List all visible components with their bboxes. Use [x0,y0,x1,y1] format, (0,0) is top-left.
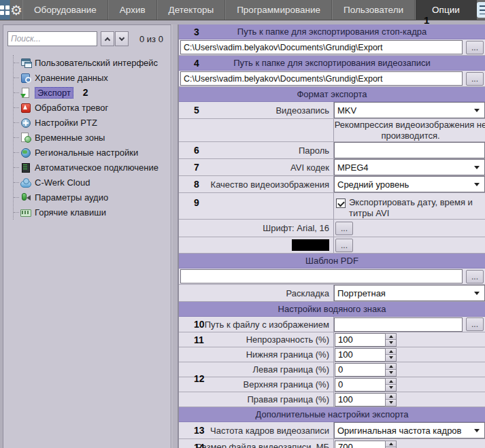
callout-6: 6 [194,145,199,156]
gear-icon: ⚙ [10,3,22,17]
video-path-input[interactable] [180,71,463,86]
tree-item-regional-settings[interactable]: Региональные настройки [14,145,171,160]
font-browse-button[interactable]: ... [335,222,353,235]
pdf-template-input[interactable] [180,269,463,283]
section-header-watermark: Настройки водяного знака [179,302,485,317]
callout-4: 4 [194,56,199,71]
auto-connect-icon [20,162,31,173]
filesize-input[interactable] [335,441,385,448]
section-header-stop-frame: 3 Путь к папке для экспортирования стоп-… [179,24,485,39]
cloud-icon [20,177,31,188]
tree-item-auto-connect[interactable]: Автоматическое подключение [14,160,171,175]
report-icon [477,2,485,18]
arrow-down-icon [389,386,393,389]
layout-panel-button[interactable] [477,0,485,20]
dropdown-arrow-icon [474,429,480,432]
export-settings-panel: 3 Путь к папке для экспортирования стоп-… [178,24,485,448]
pdf-template-browse-button[interactable]: ... [466,270,484,283]
callout-9: 9 [194,197,199,208]
callout-14: 14 [194,442,205,448]
image-path-row: 10 Путь к файлу с изображением ... [179,317,485,332]
tree-item-audio-settings[interactable]: Параметры аудио [14,190,171,205]
callout-7: 7 [194,162,199,173]
left-border-input[interactable] [335,363,385,377]
video-format-label: Видеозапись [275,105,329,116]
top-border-input[interactable] [335,378,385,392]
spin-down-button[interactable] [386,339,396,346]
settings-tree: Пользовательский интерфейс Хранение данн… [13,55,171,220]
user-interface-icon [20,58,31,68]
callout-11: 11 [194,334,204,345]
spin-up-button[interactable] [386,394,396,400]
callout-2: 2 [83,87,88,98]
search-input[interactable] [7,31,97,46]
tab-detectors[interactable]: Детекторы [157,0,226,20]
left-border-label: Левая граница (%) [252,364,329,375]
search-next-button[interactable] [115,31,129,46]
section-title: Шаблон PDF [305,256,358,266]
tab-programming[interactable]: Программирование [225,0,332,20]
layout-label: Раскладка [286,288,329,298]
export-titles-checkbox[interactable] [336,199,346,208]
callout-1: 1 [424,14,429,26]
search-prev-button[interactable] [101,31,114,46]
tree-item-export[interactable]: Экспорт 2 [14,85,171,100]
dropdown-arrow-icon [474,292,480,295]
bottom-border-input[interactable] [335,348,385,362]
opacity-label: Непрозрачность (%) [246,334,329,345]
opacity-input[interactable] [335,333,385,347]
spin-up-button[interactable] [386,334,396,340]
spin-down-button[interactable] [386,399,396,406]
right-border-spinner [335,393,397,407]
video-format-row: 5 Видеозапись MKV [179,102,485,119]
tree-item-time-zones[interactable]: Временные зоны [14,130,171,145]
spin-up-button[interactable] [386,349,396,355]
spin-up-button[interactable] [386,364,396,370]
tab-equipment[interactable]: Оборудование [22,0,108,20]
color-swatch[interactable] [292,239,329,251]
tree-item-user-interface[interactable]: Пользовательский интерфейс [14,55,171,70]
tree-item-data-storage[interactable]: Хранение данных [14,70,171,85]
callout-8: 8 [194,179,199,190]
framerate-select[interactable]: Оригинальная частота кадров [334,422,485,438]
tree-item-alarm-processing[interactable]: Обработка тревог [14,100,171,115]
quality-select[interactable]: Средний уровень [334,176,485,192]
arrow-down-icon [389,371,393,374]
tree-item-cwerk-cloud[interactable]: C-Werk Cloud [14,175,171,190]
spin-up-button[interactable] [386,379,396,385]
spin-down-button[interactable] [386,369,396,376]
layout-select[interactable]: Портретная [334,285,485,301]
top-border-label: Верхняя граница (%) [243,379,329,390]
stop-frame-path-input[interactable] [180,40,463,54]
video-path-browse-button[interactable]: ... [466,72,484,86]
regional-settings-icon [20,148,31,158]
settings-button[interactable]: ⚙ [10,0,22,20]
spin-down-button[interactable] [386,354,396,361]
callout-5: 5 [194,105,199,116]
tree-item-ptz-settings[interactable]: Настройки PTZ [14,115,171,130]
stop-frame-browse-button[interactable]: ... [466,41,484,54]
password-input[interactable] [334,142,485,158]
framerate-label: Частота кадров видеозаписи [210,426,329,436]
apps-grid-button[interactable] [0,0,10,20]
right-border-input[interactable] [335,393,385,407]
export-icon [20,88,31,98]
video-format-select[interactable]: MKV [334,102,485,118]
arrow-up-icon [389,395,393,398]
framerate-row: 13 Частота кадров видеозаписи Оригинальн… [179,422,485,439]
tab-users[interactable]: Пользователи [332,0,415,20]
image-path-browse-button[interactable]: ... [466,317,484,331]
spin-up-button[interactable] [386,441,396,447]
splitter[interactable] [171,24,178,448]
color-browse-button[interactable]: ... [335,239,353,252]
avi-codec-select[interactable]: MPEG4 [334,159,485,175]
recompression-note-row: Рекомпрессия видеоизображения не произво… [179,119,485,142]
spin-down-button[interactable] [386,384,396,391]
alarm-processing-icon [20,103,31,113]
tree-item-hotkeys[interactable]: Горячие клавиши [14,205,171,220]
right-border-row: Правая граница (%) [179,392,485,407]
image-path-input[interactable] [334,317,463,332]
section-header-pdf: Шаблон PDF [179,254,485,269]
tab-archive[interactable]: Архив [108,0,157,20]
top-bar: ⚙ Оборудование Архив Детекторы Программи… [0,0,485,20]
